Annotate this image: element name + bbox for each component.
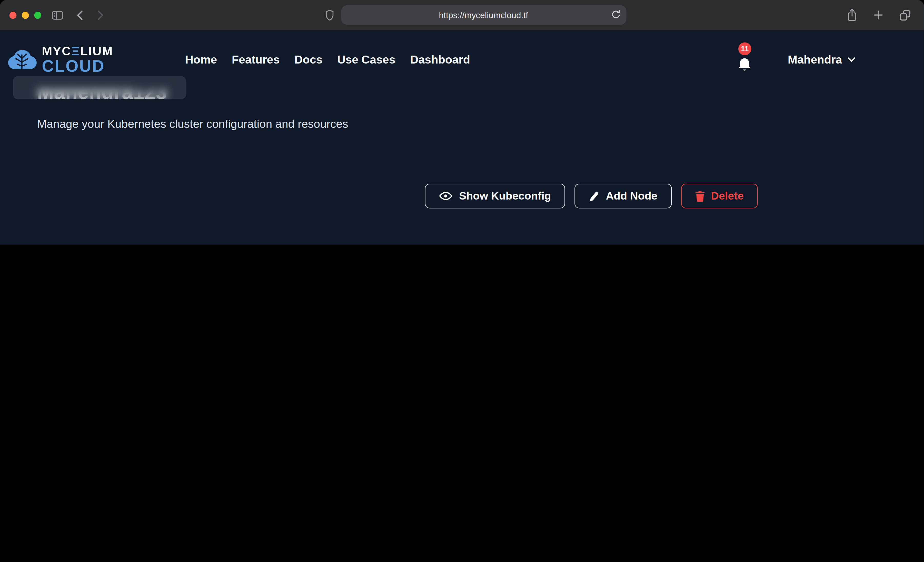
bell-icon (738, 57, 751, 72)
privacy-shield-icon[interactable] (325, 9, 334, 21)
chevron-down-icon (848, 57, 855, 63)
browser-window: https://myceliumcloud.tf (0, 0, 924, 245)
nav-link-features[interactable]: Features (232, 53, 280, 67)
show-kubeconfig-button[interactable]: Show Kubeconfig (425, 184, 565, 209)
screen-scale-wrapper: https://myceliumcloud.tf (0, 0, 924, 245)
tab-overview-icon[interactable] (899, 9, 911, 21)
user-name: Mahendra (788, 53, 842, 67)
sidebar-toggle-icon[interactable] (52, 10, 63, 20)
new-tab-icon[interactable] (873, 10, 883, 20)
user-menu[interactable]: Mahendra (788, 53, 855, 67)
traffic-lights (9, 12, 41, 19)
page-subtitle: Manage your Kubernetes cluster configura… (37, 117, 348, 131)
zoom-window-button[interactable] (34, 12, 41, 19)
notification-count-badge: 11 (738, 42, 752, 55)
nav-link-docs[interactable]: Docs (294, 53, 322, 67)
back-icon[interactable] (76, 10, 83, 20)
main-nav: Home Features Docs Use Cases Dashboard (185, 53, 470, 67)
close-window-button[interactable] (9, 12, 16, 19)
logo-wordmark: MYCΞLIUM CLOUD (42, 45, 113, 75)
trash-icon (695, 190, 705, 202)
pencil-icon (589, 190, 599, 202)
share-icon[interactable] (847, 8, 857, 22)
delete-cluster-button[interactable]: Delete (681, 184, 758, 209)
eye-icon (439, 191, 453, 201)
reload-icon[interactable] (611, 9, 621, 20)
forward-icon[interactable] (97, 10, 104, 20)
cluster-actions: Show Kubeconfig Add Node Delete (425, 184, 758, 209)
page-content: Mahendra123 Manage your Kubernetes clust… (0, 89, 924, 245)
mycelium-cloud-logo[interactable]: MYCΞLIUM CLOUD (8, 45, 113, 75)
add-node-button[interactable]: Add Node (575, 184, 672, 209)
nav-link-dashboard[interactable]: Dashboard (410, 53, 470, 67)
nav-link-use-cases[interactable]: Use Cases (337, 53, 396, 67)
minimize-window-button[interactable] (22, 12, 29, 19)
cloud-tree-logo-icon (8, 49, 37, 71)
browser-titlebar: https://myceliumcloud.tf (0, 0, 924, 30)
url-text: https://myceliumcloud.tf (439, 10, 528, 20)
nav-link-home[interactable]: Home (185, 53, 217, 67)
blurred-region (13, 76, 186, 99)
address-bar[interactable]: https://myceliumcloud.tf (341, 5, 626, 25)
notifications-button[interactable]: 11 (738, 57, 751, 72)
